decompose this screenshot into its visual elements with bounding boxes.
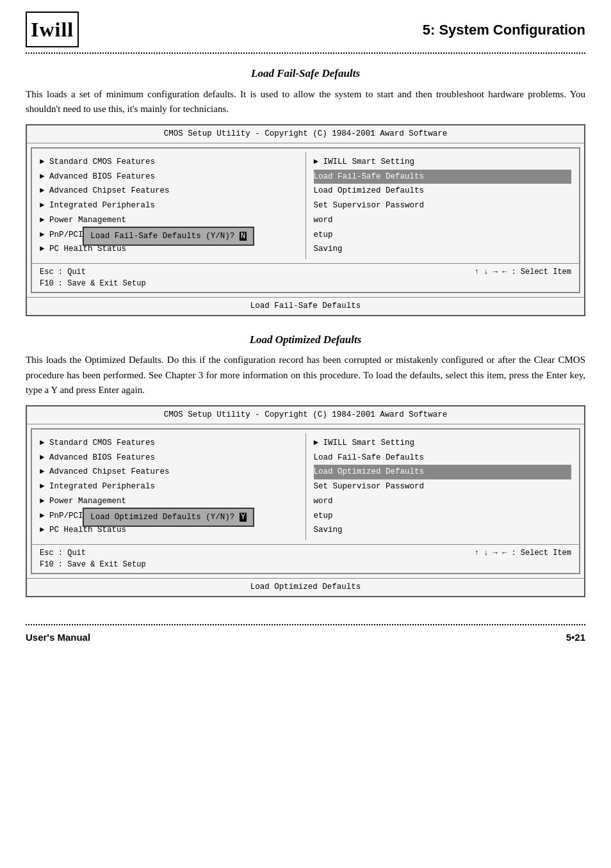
dialog-value-optimized: Y xyxy=(240,513,247,522)
bios-dialog-optimized: Load Optimized Defaults (Y/N)? Y xyxy=(83,508,254,527)
section-text-fail-safe: This loads a set of minimum configuratio… xyxy=(26,87,585,117)
bios-footer-fail-safe: Esc : QuitF10 : Save & Exit Setup ↑ ↓ → … xyxy=(32,263,579,292)
bios-inner-optimized: ► Standard CMOS Features ► Advanced BIOS… xyxy=(31,428,580,574)
bios-left-item-2[interactable]: ► Advanced Chipset Features xyxy=(40,184,298,198)
bios-left-fail-safe: ► Standard CMOS Features ► Advanced BIOS… xyxy=(32,152,306,259)
bios-menu-area-fail-safe: ► Standard CMOS Features ► Advanced BIOS… xyxy=(32,149,579,263)
bios-right-item-4: word xyxy=(314,213,572,228)
bios-left-item-0[interactable]: ► Standard CMOS Features xyxy=(40,155,298,170)
footer-right: 5•21 xyxy=(566,631,585,645)
bios-right-item-2[interactable]: Load Optimized Defaults xyxy=(314,184,572,198)
section-fail-safe: Load Fail-Safe Defaults This loads a set… xyxy=(26,65,585,316)
bios-opt-right-item-0[interactable]: ► IWILL Smart Setting xyxy=(314,436,572,451)
bios-right-item-5: etup xyxy=(314,228,572,243)
page-footer: User's Manual 5•21 xyxy=(0,625,611,652)
bios-left-item-1[interactable]: ► Advanced BIOS Features xyxy=(40,170,298,184)
bios-title-optimized: CMOS Setup Utility - Copyright (C) 1984-… xyxy=(27,406,584,424)
bios-opt-right-item-6: Saving xyxy=(314,523,572,538)
bios-inner-fail-safe: ► Standard CMOS Features ► Advanced BIOS… xyxy=(31,147,580,293)
bios-opt-right-item-1[interactable]: Load Fail-Safe Defaults xyxy=(314,451,572,465)
bios-left-item-5[interactable]: ► PnP/PCI Configura Load Fail-Safe Defau… xyxy=(40,228,298,243)
bios-left-item-3[interactable]: ► Integrated Peripherals xyxy=(40,198,298,213)
main-content: Load Fail-Safe Defaults This loads a set… xyxy=(0,54,611,624)
section-optimized: Load Optimized Defaults This loads the O… xyxy=(26,332,585,597)
bios-right-item-6: Saving xyxy=(314,242,572,257)
bios-left-optimized: ► Standard CMOS Features ► Advanced BIOS… xyxy=(32,433,306,540)
footer-left: User's Manual xyxy=(26,631,90,645)
bios-left-item-4[interactable]: ► Power Management xyxy=(40,213,298,228)
bios-opt-left-item-2[interactable]: ► Advanced Chipset Features xyxy=(40,465,298,479)
bios-right-item-0[interactable]: ► IWILL Smart Setting xyxy=(314,155,572,170)
bios-opt-right-item-3[interactable]: Set Supervisor Password xyxy=(314,479,572,494)
bios-footer-optimized: Esc : QuitF10 : Save & Exit Setup ↑ ↓ → … xyxy=(32,544,579,573)
bios-opt-right-item-5: etup xyxy=(314,509,572,524)
bios-box-fail-safe: CMOS Setup Utility - Copyright (C) 1984-… xyxy=(26,124,585,316)
bios-footer-right-optimized: ↑ ↓ → ← : Select Item xyxy=(475,547,571,570)
section-title-optimized: Load Optimized Defaults xyxy=(26,332,585,348)
bios-box-optimized: CMOS Setup Utility - Copyright (C) 1984-… xyxy=(26,405,585,597)
dialog-value-fail-safe: N xyxy=(240,232,247,241)
bios-opt-left-item-0[interactable]: ► Standard CMOS Features xyxy=(40,436,298,451)
section-text-optimized: This loads the Optimized Defaults. Do th… xyxy=(26,353,585,398)
bios-opt-left-item-4[interactable]: ► Power Management xyxy=(40,494,298,509)
bios-menu-area-optimized: ► Standard CMOS Features ► Advanced BIOS… xyxy=(32,430,579,544)
logo: Iwill xyxy=(26,12,79,47)
bios-opt-right-item-4: word xyxy=(314,494,572,509)
bios-dialog-fail-safe: Load Fail-Safe Defaults (Y/N)? N xyxy=(83,227,254,246)
bios-right-item-1[interactable]: Load Fail-Safe Defaults xyxy=(314,170,572,184)
bios-opt-right-item-2[interactable]: Load Optimized Defaults xyxy=(314,465,572,479)
bios-opt-left-item-5[interactable]: ► PnP/PCI Configura Load Optimized Defau… xyxy=(40,509,298,524)
bios-footer-right-fail-safe: ↑ ↓ → ← : Select Item xyxy=(475,266,571,289)
bios-right-fail-safe: ► IWILL Smart Setting Load Fail-Safe Def… xyxy=(306,152,580,259)
section-title-fail-safe: Load Fail-Safe Defaults xyxy=(26,65,585,82)
bios-title-fail-safe: CMOS Setup Utility - Copyright (C) 1984-… xyxy=(27,125,584,143)
chapter-title: 5: System Configuration xyxy=(423,19,585,40)
bios-footer-left-fail-safe: Esc : QuitF10 : Save & Exit Setup xyxy=(40,266,146,289)
bios-right-optimized: ► IWILL Smart Setting Load Fail-Safe Def… xyxy=(306,433,580,540)
bios-status-fail-safe: Load Fail-Safe Defaults xyxy=(27,297,584,315)
bios-footer-left-optimized: Esc : QuitF10 : Save & Exit Setup xyxy=(40,547,146,570)
bios-opt-left-item-1[interactable]: ► Advanced BIOS Features xyxy=(40,451,298,465)
bios-status-optimized: Load Optimized Defaults xyxy=(27,578,584,596)
bios-opt-left-item-3[interactable]: ► Integrated Peripherals xyxy=(40,479,298,494)
page-header: Iwill 5: System Configuration xyxy=(0,0,611,47)
bios-right-item-3[interactable]: Set Supervisor Password xyxy=(314,198,572,213)
